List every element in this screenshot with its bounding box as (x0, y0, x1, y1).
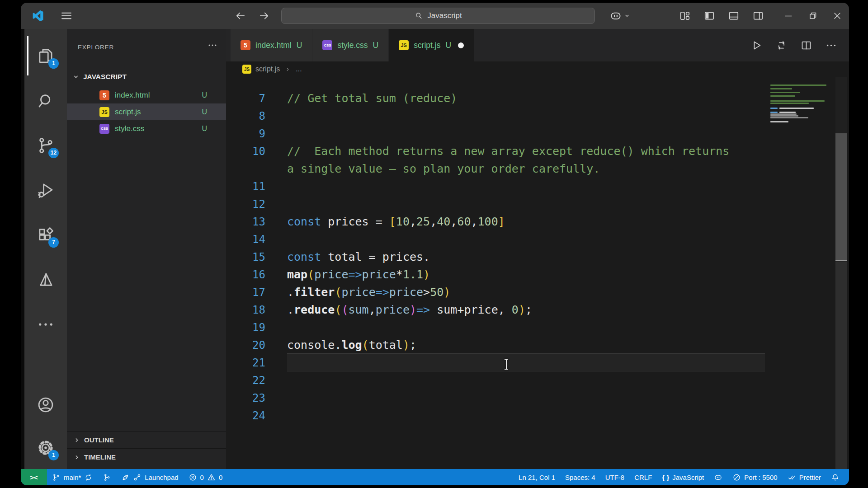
prism-icon (36, 270, 55, 289)
cursor-position[interactable]: Ln 21, Col 1 (514, 469, 560, 485)
file-name: style.css (115, 124, 144, 133)
copilot-status[interactable] (709, 469, 727, 485)
minimap-line (779, 112, 796, 113)
file-name: index.html (115, 91, 150, 100)
activity-settings[interactable]: 1 (24, 426, 67, 469)
forward-arrow-icon[interactable] (258, 9, 270, 22)
activity-extensions[interactable]: 7 (24, 212, 67, 257)
prettier-status-label: Prettier (799, 474, 821, 481)
js-file-icon: JS (99, 107, 109, 117)
dirty-dot (458, 42, 464, 48)
editor-scrollbar[interactable] (835, 77, 847, 469)
prettier-status[interactable]: Prettier (783, 469, 826, 485)
language-mode[interactable]: { }JavaScript (657, 469, 709, 485)
code-line-8: 8 (226, 107, 849, 125)
minimap-line (770, 112, 778, 113)
minimap[interactable] (769, 77, 832, 469)
activity-explorer[interactable]: 1 (24, 33, 67, 78)
activity-source-control[interactable]: 12 (24, 123, 67, 168)
explorer-sidebar: EXPLORER JAVASCRIPT 5index.htmlUJSscript… (67, 29, 226, 469)
folder-section-javascript[interactable]: JAVASCRIPT (67, 67, 226, 87)
cursor-position-label: Ln 21, Col 1 (519, 474, 555, 481)
tab-label: style.css (337, 41, 368, 50)
js-file-icon: JS (242, 65, 251, 74)
bell-icon (831, 473, 840, 482)
line-number: 16 (226, 268, 280, 281)
activity-prism[interactable] (24, 257, 67, 302)
activity-more[interactable] (24, 302, 67, 347)
notifications[interactable] (826, 469, 844, 485)
line-number: 8 (226, 110, 280, 122)
line-number: 9 (226, 127, 280, 140)
editor-more-actions-icon[interactable] (825, 39, 837, 52)
gear-icon: 1 (36, 438, 55, 457)
code-line-12: 12 (226, 195, 849, 213)
menu-icon[interactable] (60, 9, 73, 23)
chevron-down-icon (71, 72, 80, 81)
restore-icon[interactable] (807, 10, 818, 21)
toggle-primary-sidebar-icon[interactable] (703, 10, 715, 22)
scrollbar-thumb[interactable] (835, 133, 847, 261)
toggle-secondary-sidebar-icon[interactable] (752, 10, 764, 22)
customize-layout-icon[interactable] (679, 10, 691, 22)
js-file-icon: JS (399, 40, 409, 50)
encoding[interactable]: UTF-8 (600, 469, 630, 485)
source-control-icon: 12 (36, 136, 55, 155)
file-item-script.js[interactable]: JSscript.jsU (67, 103, 226, 120)
minimap-line (770, 115, 798, 117)
compare-changes-icon[interactable] (775, 39, 788, 52)
code-line-15: 15const total = prices. (226, 248, 849, 266)
panel-timeline[interactable]: TIMELINE (67, 448, 226, 465)
toggle-panel-icon[interactable] (728, 10, 740, 22)
minimap-line (770, 121, 788, 122)
command-center-search[interactable]: Javascript (281, 8, 595, 24)
split-editor-icon[interactable] (800, 39, 812, 52)
code-text: map(price=>price*1.1) (280, 268, 430, 281)
line-number: 11 (226, 180, 280, 193)
eol-sequence[interactable]: CRLF (629, 469, 657, 485)
tab-index.html[interactable]: 5index.htmlU (231, 29, 312, 61)
back-arrow-icon[interactable] (234, 9, 247, 22)
tab-style.css[interactable]: CSSstyle.cssU (312, 29, 388, 61)
run-code-icon[interactable] (750, 39, 763, 52)
copilot-icon (714, 473, 722, 482)
activity-run-debug[interactable] (24, 168, 67, 212)
copilot-menu[interactable] (609, 3, 631, 29)
vscode-logo-icon (31, 9, 44, 23)
minimize-icon[interactable] (783, 10, 794, 21)
html-file-icon: 5 (99, 90, 109, 100)
live-server-port-label: Port : 5500 (744, 474, 777, 481)
badge-source-control: 12 (48, 148, 59, 158)
launchpad-status[interactable]: Launchpad (116, 469, 183, 485)
close-icon[interactable] (832, 10, 843, 21)
problems-status[interactable]: 00 (184, 469, 228, 485)
explorer-more-actions-icon[interactable] (207, 40, 218, 51)
file-item-index.html[interactable]: 5index.htmlU (67, 87, 226, 103)
git-graph-status[interactable] (98, 469, 116, 485)
chevron-down-icon (623, 12, 631, 20)
file-item-style.css[interactable]: CSSstyle.cssU (67, 120, 226, 137)
explorer-title: EXPLORER (78, 44, 114, 51)
problems-status-label: 0 (219, 474, 222, 481)
panel-outline[interactable]: OUTLINE (67, 431, 226, 448)
window-left-edge (21, 29, 24, 469)
tab-script.js[interactable]: JSscript.jsU (389, 29, 474, 61)
badge-explorer: 1 (48, 58, 59, 69)
minimap-line (770, 117, 808, 118)
panel-label: OUTLINE (84, 436, 114, 444)
code-text: const total = prices. (280, 250, 430, 263)
live-server-port[interactable]: Port : 5500 (727, 469, 782, 485)
line-number: 13 (226, 216, 280, 228)
remote-indicator[interactable]: >< (21, 469, 47, 485)
breadcrumb[interactable]: JS script.js ... (226, 61, 849, 77)
panel-label: TIMELINE (84, 453, 116, 461)
activity-search[interactable] (24, 78, 67, 123)
code-editor[interactable]: 7// Get total sum (reduce)8910// Each me… (226, 77, 849, 469)
activity-accounts[interactable] (24, 383, 67, 426)
line-number: 24 (226, 409, 280, 422)
git-branch-status[interactable]: main* (47, 469, 98, 485)
indentation[interactable]: Spaces: 4 (560, 469, 600, 485)
badge-extensions: 7 (48, 237, 59, 248)
status-bar: ><main*Launchpad00 Ln 21, Col 1Spaces: 4… (21, 469, 849, 485)
chevron-right-icon (72, 436, 81, 445)
